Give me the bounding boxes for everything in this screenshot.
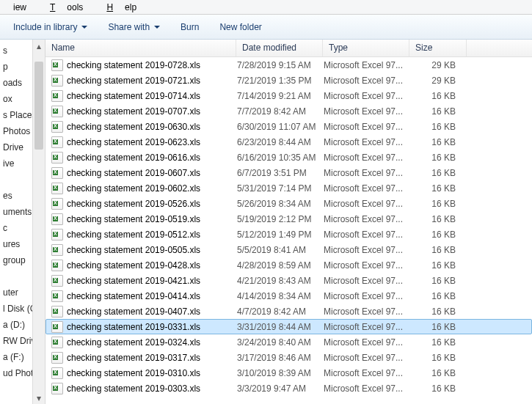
excel-file-icon bbox=[51, 183, 64, 194]
file-date: 7/7/2019 8:42 AM bbox=[237, 106, 324, 117]
excel-file-icon bbox=[51, 337, 64, 348]
file-type: Microsoft Excel 97... bbox=[324, 214, 410, 224]
excel-file-icon bbox=[51, 198, 64, 210]
file-type: Microsoft Excel 97... bbox=[324, 153, 410, 163]
file-type: Microsoft Excel 97... bbox=[324, 306, 410, 317]
file-row[interactable]: checking statement 2019-0324.xls3/24/201… bbox=[45, 334, 532, 350]
file-size: 16 KB bbox=[410, 168, 462, 178]
excel-file-icon bbox=[51, 167, 64, 179]
file-row[interactable]: checking statement 2019-0512.xls5/12/201… bbox=[45, 227, 532, 242]
file-row[interactable]: checking statement 2019-0331.xls3/31/201… bbox=[45, 319, 532, 334]
file-date: 5/12/2019 1:49 PM bbox=[237, 229, 324, 240]
navigation-pane[interactable]: spoadsoxs Places Photos Driveive esument… bbox=[0, 40, 45, 404]
file-row[interactable]: checking statement 2019-0310.xls3/10/201… bbox=[45, 365, 532, 381]
file-size: 16 KB bbox=[410, 306, 462, 317]
file-name: checking statement 2019-0721.xls bbox=[67, 76, 237, 86]
share-with-button[interactable]: Share with bbox=[108, 22, 160, 32]
file-row[interactable]: checking statement 2019-0623.xls6/23/201… bbox=[45, 134, 532, 150]
file-size: 16 KB bbox=[410, 260, 462, 271]
scroll-thumb[interactable] bbox=[34, 62, 43, 150]
excel-file-icon bbox=[51, 321, 64, 333]
file-row[interactable]: checking statement 2019-0616.xls6/16/201… bbox=[45, 150, 532, 165]
menu-tools[interactable]: Tools bbox=[38, 1, 95, 14]
file-size: 29 KB bbox=[410, 76, 462, 86]
excel-file-icon bbox=[51, 121, 64, 133]
file-rows[interactable]: checking statement 2019-0728.xls7/28/201… bbox=[45, 57, 532, 404]
excel-file-icon bbox=[51, 229, 64, 240]
file-date: 5/19/2019 2:12 PM bbox=[237, 214, 324, 224]
scroll-up-icon[interactable]: ▴ bbox=[33, 40, 45, 52]
file-name: checking statement 2019-0607.xls bbox=[67, 168, 237, 178]
file-name: checking statement 2019-0414.xls bbox=[67, 291, 237, 301]
file-type: Microsoft Excel 97... bbox=[324, 368, 410, 378]
nav-scrollbar[interactable]: ▴ ▾ bbox=[32, 40, 45, 404]
file-date: 7/21/2019 1:35 PM bbox=[237, 76, 324, 86]
excel-file-icon bbox=[51, 383, 64, 394]
new-folder-button[interactable]: New folder bbox=[219, 22, 261, 32]
excel-file-icon bbox=[51, 352, 64, 364]
file-size: 16 KB bbox=[410, 91, 462, 101]
file-type: Microsoft Excel 97... bbox=[324, 260, 410, 271]
file-size: 16 KB bbox=[410, 383, 462, 394]
excel-file-icon bbox=[51, 59, 64, 71]
file-row[interactable]: checking statement 2019-0728.xls7/28/201… bbox=[45, 57, 532, 73]
excel-file-icon bbox=[51, 290, 64, 302]
burn-button[interactable]: Burn bbox=[181, 22, 199, 32]
file-date: 7/14/2019 9:21 AM bbox=[237, 91, 324, 101]
file-row[interactable]: checking statement 2019-0602.xls5/31/201… bbox=[45, 180, 532, 196]
file-row[interactable]: checking statement 2019-0505.xls5/5/2019… bbox=[45, 242, 532, 257]
file-row[interactable]: checking statement 2019-0407.xls4/7/2019… bbox=[45, 304, 532, 319]
excel-file-icon bbox=[51, 275, 64, 287]
file-date: 4/28/2019 8:59 AM bbox=[237, 260, 324, 271]
excel-file-icon bbox=[51, 244, 64, 256]
file-date: 3/24/2019 8:40 AM bbox=[237, 337, 324, 348]
file-row[interactable]: checking statement 2019-0721.xls7/21/201… bbox=[45, 73, 532, 88]
file-size: 16 KB bbox=[410, 153, 462, 163]
file-row[interactable]: checking statement 2019-0630.xls6/30/201… bbox=[45, 119, 532, 134]
file-row[interactable]: checking statement 2019-0414.xls4/14/201… bbox=[45, 288, 532, 304]
file-name: checking statement 2019-0519.xls bbox=[67, 214, 237, 224]
file-type: Microsoft Excel 97... bbox=[324, 168, 410, 178]
include-in-library-button[interactable]: Include in library bbox=[13, 22, 87, 32]
file-date: 3/17/2019 8:46 AM bbox=[237, 353, 324, 363]
file-name: checking statement 2019-0331.xls bbox=[67, 322, 237, 332]
excel-file-icon bbox=[51, 136, 64, 148]
file-row[interactable]: checking statement 2019-0526.xls5/26/201… bbox=[45, 196, 532, 211]
menu-bar: iew Tools Help bbox=[0, 0, 532, 15]
file-type: Microsoft Excel 97... bbox=[324, 122, 410, 132]
file-name: checking statement 2019-0707.xls bbox=[67, 106, 237, 117]
file-name: checking statement 2019-0428.xls bbox=[67, 260, 237, 271]
file-row[interactable]: checking statement 2019-0421.xls4/21/201… bbox=[45, 273, 532, 288]
file-date: 5/31/2019 7:14 PM bbox=[237, 183, 324, 194]
file-size: 16 KB bbox=[410, 214, 462, 224]
file-name: checking statement 2019-0303.xls bbox=[67, 383, 237, 394]
file-date: 7/28/2019 9:15 AM bbox=[237, 60, 324, 70]
file-date: 6/7/2019 3:51 PM bbox=[237, 168, 324, 178]
excel-file-icon bbox=[51, 152, 64, 164]
file-type: Microsoft Excel 97... bbox=[324, 60, 410, 70]
file-type: Microsoft Excel 97... bbox=[324, 106, 410, 117]
scroll-down-icon[interactable]: ▾ bbox=[33, 392, 45, 404]
menu-help[interactable]: Help bbox=[95, 1, 148, 14]
column-size[interactable]: Size bbox=[409, 40, 467, 56]
file-row[interactable]: checking statement 2019-0303.xls3/3/2019… bbox=[45, 381, 532, 396]
file-size: 16 KB bbox=[410, 229, 462, 240]
column-name[interactable]: Name bbox=[45, 40, 236, 56]
column-date-modified[interactable]: Date modified bbox=[236, 40, 323, 56]
file-row[interactable]: checking statement 2019-0519.xls5/19/201… bbox=[45, 211, 532, 227]
menu-view[interactable]: iew bbox=[1, 1, 38, 14]
excel-file-icon bbox=[51, 213, 64, 225]
chevron-down-icon bbox=[154, 26, 160, 29]
file-size: 16 KB bbox=[410, 122, 462, 132]
file-row[interactable]: checking statement 2019-0714.xls7/14/201… bbox=[45, 88, 532, 103]
file-type: Microsoft Excel 97... bbox=[324, 137, 410, 147]
file-type: Microsoft Excel 97... bbox=[324, 337, 410, 348]
file-type: Microsoft Excel 97... bbox=[324, 383, 410, 394]
file-row[interactable]: checking statement 2019-0707.xls7/7/2019… bbox=[45, 103, 532, 119]
file-row[interactable]: checking statement 2019-0428.xls4/28/201… bbox=[45, 257, 532, 273]
column-type[interactable]: Type bbox=[323, 40, 409, 56]
file-row[interactable]: checking statement 2019-0317.xls3/17/201… bbox=[45, 350, 532, 365]
excel-file-icon bbox=[51, 260, 64, 271]
file-size: 16 KB bbox=[410, 199, 462, 209]
file-row[interactable]: checking statement 2019-0607.xls6/7/2019… bbox=[45, 165, 532, 180]
